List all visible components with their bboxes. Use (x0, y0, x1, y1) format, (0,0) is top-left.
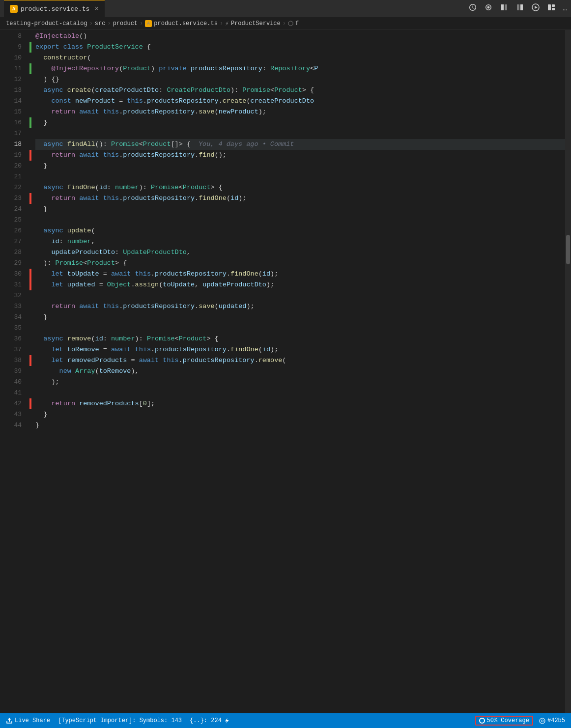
bc-sep4: › (220, 20, 223, 27)
ln-37: 37 (0, 344, 22, 355)
code-line-29: ): Promise<Product> { (35, 258, 565, 269)
code-line-19: return await this.productsRepository.fin… (35, 150, 565, 161)
code-line-32 (35, 290, 565, 301)
ln-26: 26 (0, 225, 22, 236)
code-line-16: } (35, 117, 565, 128)
code-line-24: } (35, 204, 565, 215)
ln-23: 23 (0, 193, 22, 204)
status-bar: Live Share [TypeScript Importer]: Symbol… (0, 713, 571, 728)
code-line-14: const newProduct = this.productsReposito… (35, 96, 565, 107)
file-icon: A (10, 5, 18, 13)
ln-13: 13 (0, 85, 22, 96)
ln-10: 10 (0, 53, 22, 63)
ln-36: 36 (0, 334, 22, 344)
code-line-44: } (35, 420, 565, 431)
code-line-9: export class ProductService { (35, 42, 565, 53)
code-line-42: return removedProducts[0]; (35, 398, 565, 409)
ln-19: 19 (0, 150, 22, 161)
split-left-icon[interactable] (500, 3, 509, 14)
layout-icon[interactable] (547, 3, 556, 14)
coverage-badge: 50% Coverage (475, 716, 533, 726)
code-content[interactable]: @Injectable() export class ProductServic… (31, 30, 565, 713)
braces-status[interactable]: {..}: 224 (186, 713, 234, 728)
code-line-12: ) {} (35, 74, 565, 85)
code-line-34: } (35, 312, 565, 323)
git-hash-status[interactable]: #42b5 (535, 713, 569, 728)
tab-close-button[interactable]: × (94, 5, 98, 13)
tab-bar: A product.service.ts × … (0, 0, 571, 18)
ln-43: 43 (0, 409, 22, 420)
ln-20: 20 (0, 161, 22, 171)
mark-icon[interactable] (484, 3, 493, 14)
ln-9: 9 (0, 42, 22, 53)
ln-25: 25 (0, 215, 22, 225)
svg-rect-2 (548, 4, 551, 10)
ln-16: 16 (0, 117, 22, 128)
line-numbers: 8 9 10 11 12 13 14 15 16 17 18 19 20 21 … (0, 30, 29, 713)
ln-32: 32 (0, 290, 22, 301)
ln-24: 24 (0, 204, 22, 215)
ln-34: 34 (0, 312, 22, 323)
git-icon (539, 718, 545, 724)
live-share-icon (6, 717, 13, 724)
live-share-label: Live Share (15, 717, 50, 724)
bc-file-icon: A (145, 20, 152, 27)
editor-actions: … (468, 3, 567, 14)
code-line-25 (35, 215, 565, 225)
ln-31: 31 (0, 280, 22, 290)
ln-29: 29 (0, 258, 22, 269)
svg-rect-4 (552, 8, 555, 10)
vertical-scrollbar[interactable] (565, 30, 571, 713)
bc-sep1: › (89, 20, 93, 27)
breadcrumb: testing-product-catalog › src › product … (0, 18, 571, 30)
run-icon[interactable] (531, 3, 540, 14)
git-hash-label: #42b5 (547, 717, 565, 724)
code-line-36: async remove(id: number): Promise<Produc… (35, 334, 565, 344)
ln-42: 42 (0, 398, 22, 409)
typescript-importer-status[interactable]: [TypeScript Importer]: Symbols: 143 (54, 713, 186, 728)
ln-8: 8 (0, 31, 22, 42)
more-actions-icon[interactable]: … (563, 4, 567, 13)
ln-39: 39 (0, 366, 22, 377)
bc-sep2: › (107, 20, 111, 27)
coverage-label: 50% Coverage (487, 717, 529, 724)
svg-point-5 (540, 718, 545, 724)
bc-project[interactable]: testing-product-catalog (6, 20, 87, 27)
bc-method[interactable]: f (295, 20, 299, 27)
coverage-circle-icon (479, 718, 485, 724)
code-line-38: let removedProducts = await this.product… (35, 355, 565, 366)
code-line-43: } (35, 409, 565, 420)
code-line-39: new Array(toRemove), (35, 366, 565, 377)
code-line-33: return await this.productsRepository.sav… (35, 301, 565, 312)
code-line-23: return await this.productsRepository.fin… (35, 193, 565, 204)
code-line-20: } (35, 161, 565, 171)
bc-class[interactable]: ProductService (231, 20, 281, 27)
braces-label: {..}: 224 (190, 717, 222, 724)
ln-38: 38 (0, 355, 22, 366)
active-tab[interactable]: A product.service.ts × (4, 0, 105, 18)
bc-class-icon: ⚡ (225, 20, 229, 28)
code-line-15: return await this.productsRepository.sav… (35, 107, 565, 117)
code-line-28: updateProductDto: UpdateProductDto, (35, 247, 565, 258)
bc-product[interactable]: product (113, 20, 138, 27)
ln-14: 14 (0, 96, 22, 107)
bc-filename[interactable]: product.service.ts (154, 20, 218, 27)
live-share-button[interactable]: Live Share (2, 713, 54, 728)
ln-12: 12 (0, 74, 22, 85)
history-icon[interactable] (468, 3, 477, 14)
code-line-10: constructor( (35, 53, 565, 63)
ln-21: 21 (0, 171, 22, 182)
code-line-35 (35, 323, 565, 334)
ln-22: 22 (0, 182, 22, 193)
code-line-27: id: number, (35, 236, 565, 247)
code-line-18: async findAll(): Promise<Product[]> { Yo… (35, 139, 565, 150)
ln-28: 28 (0, 247, 22, 258)
svg-marker-1 (535, 6, 538, 9)
coverage-status[interactable]: 50% Coverage (473, 713, 535, 728)
split-right-icon[interactable] (515, 3, 524, 14)
ln-30: 30 (0, 269, 22, 280)
scrollbar-thumb[interactable] (566, 235, 570, 264)
ln-44: 44 (0, 420, 22, 431)
bc-src[interactable]: src (95, 20, 106, 27)
svg-rect-3 (552, 4, 555, 7)
